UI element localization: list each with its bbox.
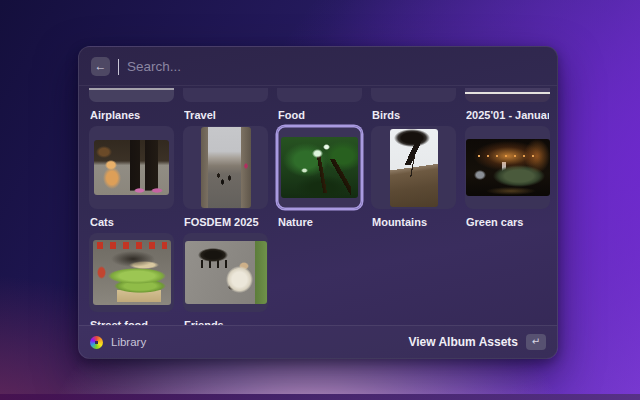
album-cell-birds: Birds — [371, 88, 456, 126]
album-label-birds: Birds — [372, 109, 455, 121]
album-card-nature[interactable] — [277, 126, 362, 209]
album-label-january: 2025'01 - January's... — [466, 109, 549, 121]
search-input[interactable] — [127, 59, 545, 74]
desktop-background: ← Airplanes Travel Food — [0, 0, 640, 400]
album-cell-food: Food — [277, 88, 362, 126]
album-card-mountains[interactable] — [371, 126, 456, 209]
album-label-mountains: Mountains — [372, 216, 455, 228]
album-cell-streetfood: Street food — [89, 233, 174, 325]
album-cell-nature: Nature — [277, 126, 362, 233]
album-cell-friends: Friends — [183, 233, 268, 325]
album-thumbnail-streetfood — [93, 240, 171, 305]
album-cell-january: 2025'01 - January's... — [465, 88, 550, 126]
album-card-travel[interactable] — [183, 88, 268, 102]
search-bar: ← — [79, 47, 557, 86]
album-label-fosdem: FOSDEM 2025 — [184, 216, 267, 228]
arrow-left-icon: ← — [95, 59, 107, 73]
album-card-food[interactable] — [277, 88, 362, 102]
album-cell-mountains: Mountains — [371, 126, 456, 233]
album-thumbnail-greencars — [466, 139, 550, 196]
library-label: Library — [111, 336, 146, 348]
album-thumbnail-friends — [185, 241, 267, 304]
album-label-food: Food — [278, 109, 361, 121]
album-card-fosdem[interactable] — [183, 126, 268, 209]
view-album-assets-button[interactable]: View Album Assets ↵ — [408, 334, 546, 350]
album-label-greencars: Green cars — [466, 216, 549, 228]
album-row-bottom: Street food Friends — [89, 233, 548, 325]
album-card-cats[interactable] — [89, 126, 174, 209]
album-label-nature: Nature — [278, 216, 361, 228]
album-cell-greencars: Green cars — [465, 126, 550, 233]
view-album-assets-label: View Album Assets — [408, 335, 518, 349]
album-card-streetfood[interactable] — [89, 233, 174, 312]
album-grid: Airplanes Travel Food Birds 2025'01 - Ja… — [79, 86, 557, 325]
album-label-cats: Cats — [90, 216, 173, 228]
album-cell-cats: Cats — [89, 126, 174, 233]
album-card-greencars[interactable] — [465, 126, 550, 209]
album-thumbnail-fosdem — [201, 127, 251, 208]
album-cell-travel: Travel — [183, 88, 268, 126]
album-thumbnail-mountains — [390, 129, 438, 207]
footer-bar: Library View Album Assets ↵ — [79, 325, 557, 358]
album-card-friends[interactable] — [183, 233, 268, 312]
album-picker-window: ← Airplanes Travel Food — [78, 46, 558, 359]
album-label-airplanes: Airplanes — [90, 109, 173, 121]
album-card-airplanes[interactable] — [89, 88, 174, 102]
photos-library-icon — [90, 336, 103, 349]
album-card-january[interactable] — [465, 88, 550, 102]
album-cell-airplanes: Airplanes — [89, 88, 174, 126]
album-card-birds[interactable] — [371, 88, 456, 102]
footer-library-status: Library — [90, 336, 146, 349]
album-row-middle: Cats FOSDEM 2025 Nature — [89, 126, 548, 233]
return-key-icon: ↵ — [526, 334, 546, 350]
back-button[interactable]: ← — [91, 57, 110, 76]
album-thumbnail-nature — [281, 137, 358, 198]
album-row-top: Airplanes Travel Food Birds 2025'01 - Ja… — [89, 88, 548, 126]
text-caret — [118, 59, 119, 75]
album-cell-fosdem: FOSDEM 2025 — [183, 126, 268, 233]
album-thumbnail-cats — [94, 140, 169, 195]
album-label-travel: Travel — [184, 109, 267, 121]
